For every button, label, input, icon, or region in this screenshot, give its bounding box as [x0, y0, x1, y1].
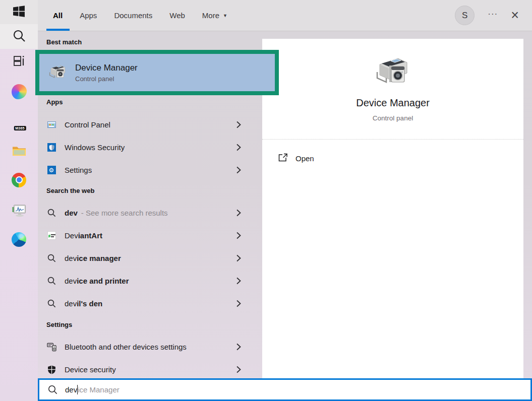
result-settings[interactable]: ⚙ Settings — [38, 159, 262, 181]
device-security-shield-icon — [46, 365, 56, 374]
result-label: Control Panel — [65, 120, 110, 129]
result-windows-security[interactable]: Windows Security — [38, 136, 262, 159]
result-device-security[interactable]: Device security — [38, 358, 262, 381]
search-icon — [46, 277, 56, 285]
search-flyout: All Apps Documents Web More ▼ S ··· × — [38, 0, 532, 401]
chevron-right-icon[interactable] — [237, 144, 241, 151]
web-section-label: Search the web — [46, 187, 94, 194]
web-suggestion-deviantart[interactable]: DeviantArt — [38, 224, 262, 247]
suggestion-completion: ice and printer — [77, 277, 129, 285]
open-action[interactable]: Open — [278, 153, 523, 164]
result-bluetooth-devices-settings[interactable]: Bluetooth and other devices settings — [38, 336, 262, 358]
task-view-icon — [13, 54, 26, 70]
control-panel-icon — [46, 121, 56, 128]
devices-settings-icon — [46, 342, 56, 352]
search-autocomplete-text: ice Manager — [78, 385, 120, 394]
result-label: Settings — [65, 166, 92, 174]
result-label: Device security — [65, 365, 116, 374]
file-explorer-icon — [12, 146, 26, 159]
search-icon — [48, 385, 57, 394]
copilot-icon — [12, 84, 27, 99]
chevron-right-icon[interactable] — [237, 343, 241, 351]
deviantart-icon — [46, 231, 56, 240]
search-input[interactable]: device Manager — [38, 378, 532, 401]
chevron-down-icon: ▼ — [223, 13, 227, 18]
windows-logo-icon — [13, 6, 25, 19]
open-external-icon — [278, 153, 288, 164]
tab-more[interactable]: More ▼ — [202, 0, 227, 31]
web-suggestion-device-and-printer[interactable]: device and printer — [38, 270, 262, 292]
chrome-icon — [12, 173, 26, 187]
suggestion-typed: Dev — [65, 231, 78, 240]
tab-apps-label: Apps — [80, 11, 97, 20]
chevron-right-icon[interactable] — [237, 277, 241, 285]
avatar-initial: S — [462, 11, 467, 21]
suggestion-completion: il's den — [77, 299, 102, 308]
chevron-right-icon[interactable] — [237, 232, 241, 239]
search-icon — [46, 209, 56, 217]
file-explorer-button[interactable] — [0, 141, 38, 163]
device-manager-icon-large — [376, 55, 410, 87]
chevron-right-icon[interactable] — [237, 300, 241, 307]
suggestion-typed: dev — [65, 299, 77, 308]
tab-more-label: More — [202, 11, 219, 20]
copilot-button[interactable] — [0, 81, 38, 103]
suggestion-completion: ice manager — [77, 254, 121, 262]
detail-divider — [262, 139, 523, 140]
best-match-item-device-manager[interactable]: Device Manager Control panel — [35, 50, 279, 95]
task-view-button[interactable] — [0, 51, 38, 73]
edge-button[interactable] — [0, 228, 38, 250]
settings-gear-icon: ⚙ — [46, 166, 56, 174]
search-icon — [46, 299, 56, 308]
tab-all-label: All — [53, 11, 63, 20]
result-label: Windows Security — [65, 143, 125, 152]
tab-documents[interactable]: Documents — [114, 0, 152, 31]
chrome-button[interactable] — [0, 169, 38, 191]
flyout-content: Device Manager Control panel Open — [38, 31, 532, 401]
options-ellipsis-icon[interactable]: ··· — [488, 10, 498, 21]
best-match-title: Device Manager — [75, 63, 138, 73]
tab-web[interactable]: Web — [169, 0, 185, 31]
start-button[interactable] — [0, 0, 38, 24]
tab-documents-label: Documents — [114, 11, 152, 20]
search-icon — [46, 254, 56, 262]
windows-security-icon — [46, 143, 56, 152]
suggestion-typed: dev — [65, 254, 77, 262]
web-suggestion-device-manager[interactable]: device manager — [38, 247, 262, 270]
tab-all[interactable]: All — [53, 0, 63, 31]
chevron-right-icon[interactable] — [237, 166, 241, 174]
device-manager-icon-small — [49, 63, 67, 82]
chevron-right-icon[interactable] — [237, 366, 241, 373]
tab-web-label: Web — [169, 11, 185, 20]
detail-subtitle: Control panel — [262, 114, 523, 122]
search-icon — [13, 29, 26, 44]
taskbar: M365 — [0, 0, 38, 401]
result-label: Bluetooth and other devices settings — [65, 343, 187, 351]
settings-section-label: Settings — [46, 321, 72, 328]
taskbar-search-button[interactable] — [0, 24, 38, 49]
performance-monitor-icon — [12, 205, 26, 219]
chevron-right-icon[interactable] — [237, 254, 241, 262]
web-suggestion-devils-den[interactable]: devil's den — [38, 292, 262, 315]
m365-badge: M365 — [14, 126, 26, 130]
suggestion-completion: iantArt — [78, 231, 102, 240]
close-icon[interactable]: × — [511, 9, 519, 22]
m365-copilot-icon: M365 — [11, 113, 27, 130]
user-avatar[interactable]: S — [455, 6, 475, 25]
detail-panel: Device Manager Control panel Open — [262, 39, 523, 401]
results-list: Best match Device Manager Control panel … — [38, 31, 262, 401]
search-typed-text: dev — [65, 385, 77, 394]
result-control-panel[interactable]: Control Panel — [38, 113, 262, 136]
suggestion-note: - See more search results — [81, 209, 168, 217]
m365-copilot-button[interactable]: M365 — [0, 111, 38, 133]
suggestion-typed: dev — [65, 209, 78, 217]
chevron-right-icon[interactable] — [237, 121, 241, 128]
performance-monitor-button[interactable] — [0, 201, 38, 223]
filter-tabs-bar: All Apps Documents Web More ▼ S ··· × — [38, 0, 532, 31]
windows-search-flyout-screen: M365 — [0, 0, 532, 401]
chevron-right-icon[interactable] — [237, 209, 241, 217]
web-suggestion-dev[interactable]: dev- See more search results — [38, 202, 262, 224]
detail-title: Device Manager — [262, 97, 523, 109]
edge-icon — [12, 232, 26, 247]
tab-apps[interactable]: Apps — [80, 0, 97, 31]
